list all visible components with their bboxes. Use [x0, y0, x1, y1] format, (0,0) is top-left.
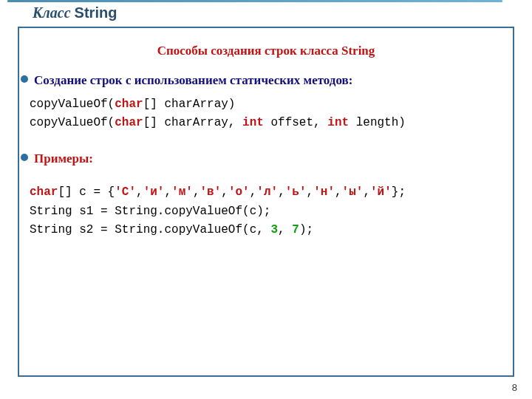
char-literal: 'С': [115, 185, 136, 199]
char-literal: 'м': [171, 185, 193, 199]
char-literal: 'о': [228, 185, 250, 199]
page-number: 8: [512, 382, 517, 393]
char-literal: 'н': [313, 185, 335, 199]
char-literal: 'й': [370, 185, 392, 199]
bullet-examples: Примеры:: [21, 149, 498, 168]
bullet-dot-icon: [21, 75, 28, 83]
keyword-int: int: [242, 116, 264, 129]
decorative-top-line: [7, 0, 502, 2]
subtitle: Способы создания строк класса String: [34, 41, 498, 61]
char-literal: 'в': [200, 185, 221, 199]
code-block-signatures: copyValueOf(char[] charArray) copyValueO…: [30, 95, 498, 133]
bullet-text: Создание строк с использованием статичес…: [34, 71, 352, 90]
char-literal: 'и': [143, 185, 165, 199]
spacer: [34, 143, 498, 149]
code-line: String s2 = String.copyValueOf(c, 3, 7);: [30, 221, 498, 240]
bullet-text: Примеры:: [34, 149, 93, 168]
code-line: String s1 = String.copyValueOf(c);: [30, 202, 498, 222]
code-block-examples: char[] c = {'С','и','м','в','о','л','ь',…: [30, 183, 498, 240]
number-literal: 3: [270, 223, 278, 236]
bullet-static-methods: Создание строк с использованием статичес…: [21, 71, 498, 90]
spacer: [34, 173, 498, 180]
code-line: char[] c = {'С','и','м','в','о','л','ь',…: [30, 183, 498, 202]
char-literal: 'л': [256, 185, 278, 199]
bullet-dot-icon: [21, 154, 28, 161]
char-literal: 'ы': [342, 185, 364, 199]
slide-title: Класс String: [33, 4, 117, 21]
code-line: copyValueOf(char[] charArray): [30, 95, 498, 115]
number-literal: 7: [292, 223, 299, 236]
code-line: copyValueOf(char[] charArray, int offset…: [30, 114, 498, 133]
keyword-char: char: [115, 98, 143, 111]
keyword-char: char: [115, 116, 143, 129]
keyword-char: char: [30, 185, 58, 199]
content-inner: Способы создания строк класса String Соз…: [19, 28, 513, 258]
char-literal: 'ь': [285, 185, 307, 199]
title-text-sans: String: [75, 4, 117, 21]
title-text-italic: Класс: [33, 4, 75, 21]
keyword-int: int: [327, 116, 349, 129]
content-frame: Способы создания строк класса String Соз…: [18, 27, 514, 377]
